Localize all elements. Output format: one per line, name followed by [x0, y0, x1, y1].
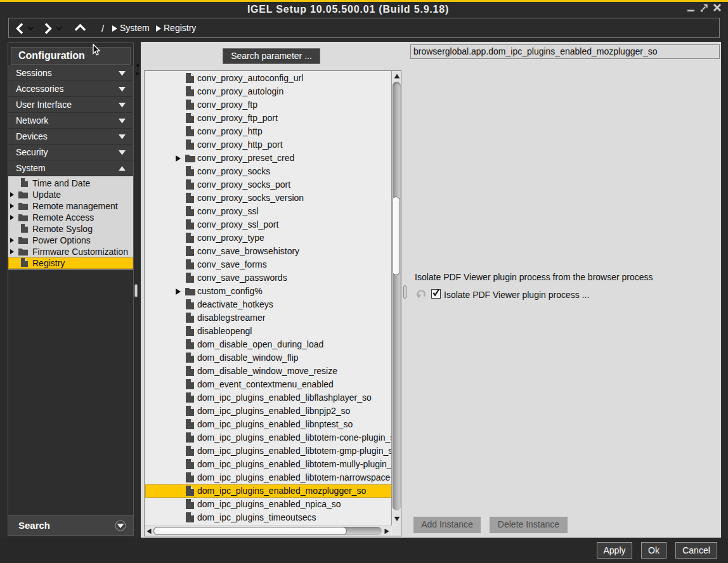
svg-text:/: /	[101, 23, 105, 34]
